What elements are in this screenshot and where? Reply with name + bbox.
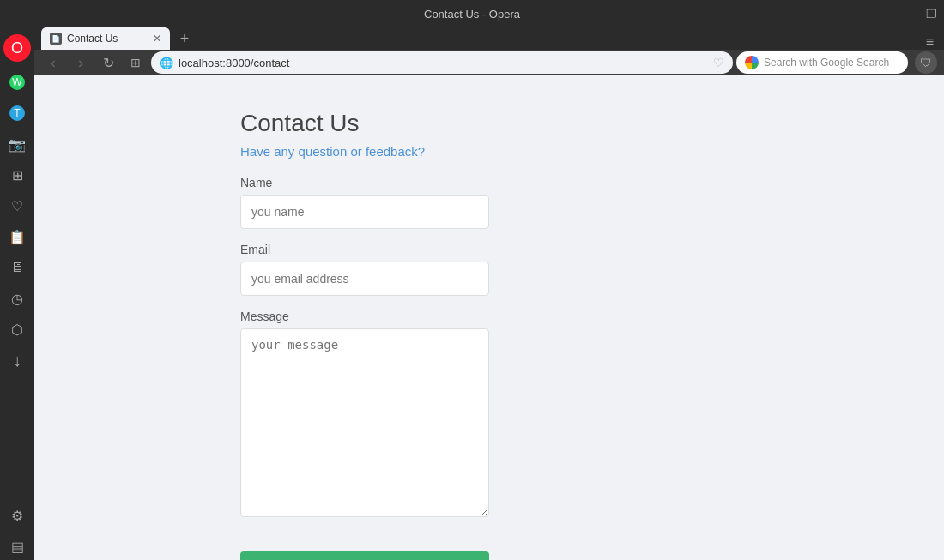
page-title: Contact Us <box>240 110 738 137</box>
message-form-group: Message <box>240 310 738 521</box>
message-label: Message <box>240 310 738 323</box>
tab-bar: 📄 Contact Us ✕ + ≡ <box>34 27 944 50</box>
refresh-button[interactable]: ↻ <box>96 51 120 75</box>
search-placeholder: Search with Google Search <box>764 57 889 69</box>
grid-icon[interactable]: ⊞ <box>3 161 31 189</box>
browser-chrome: 📄 Contact Us ✕ + ≡ ‹ › ↻ ⊞ 🌐 localhost:8… <box>34 27 944 75</box>
page-subtitle: Have any question or feedback? <box>240 144 738 159</box>
tabs-view-button[interactable]: ⊞ <box>124 51 148 75</box>
download-icon[interactable]: ↓ <box>3 346 31 374</box>
tab-end-actions: ≡ <box>923 34 944 50</box>
email-form-group: Email <box>240 243 738 296</box>
screen-icon[interactable]: 🖥 <box>3 254 31 281</box>
message-textarea[interactable] <box>240 328 489 517</box>
whatsapp-icon[interactable]: W <box>3 69 31 96</box>
tab-close-button[interactable]: ✕ <box>153 33 161 45</box>
minimize-button[interactable]: — <box>907 7 919 21</box>
active-tab[interactable]: 📄 Contact Us ✕ <box>41 27 170 50</box>
title-bar-controls: — ❐ <box>907 7 937 21</box>
bookmark-heart-icon[interactable]: ♡ <box>713 56 724 69</box>
camera-icon[interactable]: 📷 <box>3 130 31 158</box>
svg-text:T: T <box>14 107 21 119</box>
telegram-icon[interactable]: T <box>3 99 31 127</box>
title-bar-text: Contact Us - Opera <box>424 8 520 21</box>
sidebar: O W T 📷 ⊞ ♡ 📋 🖥 ◷ ⬡ ↓ ⚙ ▤ <box>0 27 34 560</box>
url-text: localhost:8000/contact <box>179 57 708 69</box>
svg-text:W: W <box>12 76 22 88</box>
cube-icon[interactable]: ⬡ <box>3 316 31 343</box>
title-bar: Contact Us - Opera — ❐ <box>0 0 944 27</box>
name-label: Name <box>240 176 738 190</box>
notes-icon[interactable]: 📋 <box>3 223 31 250</box>
email-input[interactable] <box>240 262 489 296</box>
tab-label: Contact Us <box>67 33 118 45</box>
new-tab-button[interactable]: + <box>173 27 196 50</box>
send-button[interactable]: Send <box>240 551 489 560</box>
forward-button[interactable]: › <box>69 51 93 75</box>
restore-button[interactable]: ❐ <box>926 7 937 21</box>
vpn-button[interactable]: 🛡 <box>915 51 937 74</box>
back-button[interactable]: ‹ <box>41 51 65 75</box>
email-label: Email <box>240 243 738 256</box>
name-form-group: Name <box>240 176 738 229</box>
main-content: Contact Us Have any question or feedback… <box>34 75 944 560</box>
security-icon: 🌐 <box>160 57 173 69</box>
history-icon[interactable]: ◷ <box>3 285 31 312</box>
contact-form-container: Contact Us Have any question or feedback… <box>240 110 738 560</box>
sidebar-toggle-icon[interactable]: ▤ <box>3 533 31 560</box>
heart-icon[interactable]: ♡ <box>3 192 31 220</box>
settings-icon[interactable]: ⚙ <box>3 502 31 529</box>
name-input[interactable] <box>240 195 489 229</box>
tab-favicon: 📄 <box>50 33 62 45</box>
address-bar[interactable]: 🌐 localhost:8000/contact ♡ <box>151 51 733 74</box>
google-logo <box>745 56 759 69</box>
opera-logo[interactable]: O <box>3 34 31 62</box>
tab-menu-button[interactable]: ≡ <box>923 34 937 50</box>
nav-bar: ‹ › ↻ ⊞ 🌐 localhost:8000/contact ♡ Searc… <box>34 50 944 75</box>
search-bar[interactable]: Search with Google Search <box>736 51 908 74</box>
